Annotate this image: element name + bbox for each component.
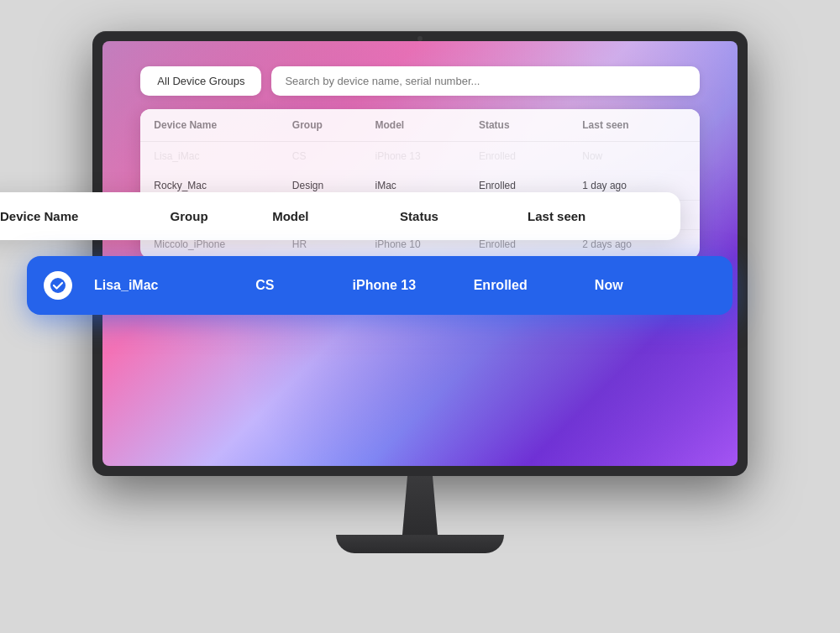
cell-group-3: HR [292, 238, 375, 250]
th-device-name: Device Name [154, 119, 291, 131]
cell-status-0: Enrolled [479, 150, 582, 162]
search-input[interactable] [271, 66, 699, 96]
cell-device-name-3: Miccolo_iPhone [154, 238, 291, 250]
table-row-selected-placeholder[interactable]: Lisa_iMac CS iPhone 13 Enrolled Now [140, 142, 699, 171]
cell-group-0: CS [292, 150, 375, 162]
th-model: Model [375, 119, 479, 131]
check-icon [44, 271, 72, 300]
th-status: Status [479, 119, 582, 131]
cell-last-seen-1: 1 day ago [582, 180, 685, 191]
cell-group-1: Design [292, 180, 375, 191]
cell-status-1: Enrolled [479, 180, 582, 191]
selected-group: CS [255, 278, 352, 293]
selected-status: Enrolled [474, 278, 595, 293]
monitor-bezel: All Device Groups Device Name Group Mode… [92, 31, 748, 476]
selected-model: iPhone 13 [353, 278, 474, 293]
monitor-stand-base [336, 535, 504, 553]
selected-device-name: Lisa_iMac [94, 278, 255, 293]
col-header-model: Model [272, 209, 400, 223]
screen: All Device Groups Device Name Group Mode… [102, 41, 738, 466]
cell-device-name-1: Rocky_Mac [154, 180, 291, 191]
svg-point-0 [50, 278, 66, 293]
device-groups-button[interactable]: All Device Groups [140, 66, 261, 96]
cell-last-seen-0: Now [582, 150, 685, 162]
monitor-stand-neck [395, 476, 445, 535]
cell-model-0: iPhone 13 [375, 150, 479, 162]
col-header-status: Status [400, 209, 528, 223]
selected-table-row[interactable]: Lisa_iMac CS iPhone 13 Enrolled Now [27, 256, 732, 315]
table-header: Device Name Group Model Status Last seen [140, 109, 699, 142]
col-header-last-seen: Last seen [528, 209, 655, 223]
th-group: Group [292, 119, 375, 131]
table-header-floating: Device Name Group Model Status Last seen [0, 192, 680, 240]
cell-model-1: iMac [375, 180, 479, 191]
cell-model-3: iPhone 10 [375, 238, 479, 250]
cell-last-seen-3: 2 days ago [582, 238, 685, 250]
cell-status-3: Enrolled [479, 238, 582, 250]
col-header-group: Group [171, 209, 273, 223]
col-header-device-name: Device Name [0, 209, 171, 223]
app-wrapper: Device Name Group Model Status Last seen… [42, 31, 798, 602]
cell-device-name-0: Lisa_iMac [154, 150, 291, 162]
screen-content: All Device Groups Device Name Group Mode… [102, 41, 738, 466]
search-area: All Device Groups [140, 66, 699, 96]
selected-last-seen: Now [595, 278, 716, 293]
th-last-seen: Last seen [582, 119, 685, 131]
